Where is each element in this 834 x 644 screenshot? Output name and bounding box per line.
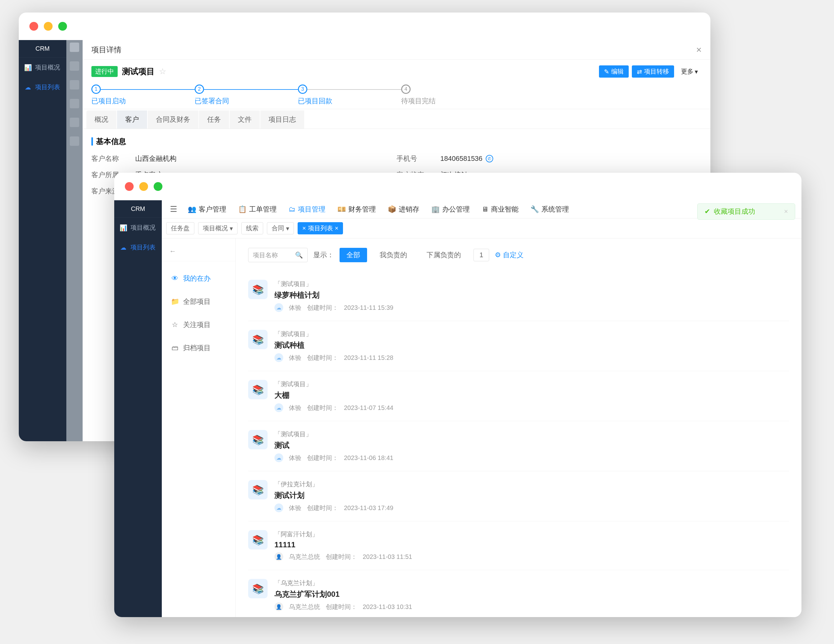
created-time: 2023-11-03 11:51 [363, 553, 412, 560]
project-meta: ☁体验创建时间：2023-11-03 17:49 [275, 504, 789, 512]
project-meta: ☁体验创建时间：2023-11-11 15:39 [275, 303, 789, 312]
maximize-window[interactable] [154, 182, 162, 191]
arrow-left-icon: ← [169, 247, 176, 255]
bc-list[interactable]: × 项目列表 × [297, 222, 343, 234]
project-card[interactable]: 📚「测试项目」测试种植☁体验创建时间：2023-11-11 15:28 [248, 321, 789, 371]
books-icon: 📚 [248, 380, 268, 399]
tab-log[interactable]: 项目日志 [260, 110, 304, 129]
transfer-button[interactable]: ⇄项目转移 [632, 65, 674, 77]
rail-icon[interactable] [70, 99, 79, 108]
bc-task[interactable]: 任务盘 [166, 222, 194, 234]
gear-icon: ⚙ [495, 251, 501, 259]
avatar-icon: ☁ [275, 504, 283, 512]
nav-system[interactable]: 🔧系统管理 [525, 200, 575, 218]
collapse-button[interactable]: ← [162, 242, 235, 261]
sidebar-item-list[interactable]: ☁ 项目列表 [114, 237, 162, 257]
clipboard-icon: 📋 [238, 205, 247, 213]
nav-office[interactable]: 🏢办公管理 [426, 200, 475, 218]
bc-contract[interactable]: 合同 ▾ [267, 222, 294, 234]
star-icon[interactable]: ☆ [159, 67, 166, 76]
books-icon: 📚 [248, 280, 268, 299]
tab-overview[interactable]: 概况 [86, 110, 116, 129]
sidebar-item-label: 项目概况 [131, 223, 155, 232]
nav-project[interactable]: 🗂项目管理 [283, 200, 331, 218]
cloud-icon: ☁ [120, 244, 127, 251]
close-icon[interactable]: × [696, 44, 701, 55]
menu-toggle-icon[interactable]: ☰ [166, 204, 181, 214]
rail-icon[interactable] [70, 80, 79, 89]
subnav-archive[interactable]: 🗃归档项目 [162, 336, 235, 360]
money-icon: 💴 [337, 205, 346, 213]
window-controls [114, 173, 802, 200]
package-icon: 📦 [388, 205, 396, 213]
books-icon: 📚 [248, 480, 268, 499]
sidebar: CRM 📊 项目概况 ☁ 项目列表 [114, 200, 162, 617]
close-window[interactable] [29, 22, 38, 31]
topbar: ☰ 👥客户管理 📋工单管理 🗂项目管理 💴财务管理 📦进销存 🏢办公管理 🖥商业… [162, 200, 802, 218]
chevron-down-icon: ▾ [695, 68, 698, 76]
display-label: 显示： [313, 250, 334, 260]
filter-count[interactable]: 1 [474, 249, 489, 261]
created-label: 创建时间： [326, 553, 357, 561]
pill-all[interactable]: 全部 [339, 248, 367, 262]
project-card[interactable]: 📚「乌克兰计划」乌克兰扩军计划001👤乌克兰总统创建时间：2023-11-03 … [248, 570, 789, 617]
project-tag: 「阿富汗计划」 [275, 530, 789, 539]
books-icon: 📚 [248, 530, 268, 549]
project-tag: 「测试项目」 [275, 280, 789, 288]
maximize-window[interactable] [58, 22, 67, 31]
subnav-my[interactable]: 👁我的在办 [162, 267, 235, 290]
close-window[interactable] [125, 182, 134, 191]
rail-icon[interactable] [70, 42, 79, 52]
sidebar-item-overview[interactable]: 📊 项目概况 [19, 58, 66, 77]
pill-sub[interactable]: 下属负责的 [420, 248, 468, 262]
rail-icon[interactable] [70, 136, 79, 146]
avatar-icon: 👤 [275, 552, 283, 561]
project-card[interactable]: 📚「测试项目」绿萝种植计划☁体验创建时间：2023-11-11 15:39 [248, 271, 789, 321]
sidebar-item-overview[interactable]: 📊 项目概况 [114, 218, 162, 237]
subnav-starred[interactable]: ☆关注项目 [162, 313, 235, 336]
project-card[interactable]: 📚「测试项目」大棚☁体验创建时间：2023-11-07 15:44 [248, 371, 789, 421]
project-card[interactable]: 📚「伊拉克计划」测试计划☁体验创建时间：2023-11-03 17:49 [248, 471, 789, 521]
project-tag: 「测试项目」 [275, 330, 789, 338]
brand: CRM [114, 200, 162, 218]
project-name: 大棚 [275, 390, 789, 400]
avatar-icon: ☁ [275, 353, 283, 362]
phone-icon[interactable]: ✆ [486, 155, 493, 162]
pill-mine[interactable]: 我负责的 [373, 248, 414, 262]
project-owner: 体验 [289, 303, 301, 312]
more-button[interactable]: 更多▾ [677, 65, 701, 77]
nav-finance[interactable]: 💴财务管理 [332, 200, 381, 218]
breadcrumb: 任务盘 项目概况 ▾ 线索 合同 ▾ × 项目列表 × [162, 218, 802, 239]
transfer-icon: ⇄ [637, 68, 642, 76]
minimize-window[interactable] [44, 22, 53, 31]
project-card[interactable]: 📚「阿富汗计划」11111👤乌克兰总统创建时间：2023-11-03 11:51 [248, 521, 789, 570]
tab-task[interactable]: 任务 [199, 110, 229, 129]
custom-filter[interactable]: ⚙自定义 [495, 250, 524, 260]
tab-file[interactable]: 文件 [230, 110, 260, 129]
avatar-icon: ☁ [275, 454, 283, 462]
minimize-window[interactable] [139, 182, 148, 191]
edit-button[interactable]: ✎编辑 [599, 65, 629, 77]
sidebar-item-list[interactable]: ☁ 项目列表 [19, 77, 66, 97]
nav-inventory[interactable]: 📦进销存 [382, 200, 425, 218]
subnav: ← 👁我的在办 📁全部项目 ☆关注项目 🗃归档项目 [162, 239, 236, 617]
created-time: 2023-11-03 17:49 [344, 504, 393, 512]
search-input[interactable]: 项目名称🔍 [248, 248, 308, 262]
nav-customer[interactable]: 👥客户管理 [182, 200, 232, 218]
tab-customer[interactable]: 客户 [117, 110, 147, 129]
project-owner: 体验 [289, 404, 301, 412]
project-card[interactable]: 📚「测试项目」测试☁体验创建时间：2023-11-06 18:41 [248, 421, 789, 471]
folder-icon: 🗂 [289, 205, 296, 213]
toast-close-icon[interactable]: × [784, 207, 788, 216]
nav-bi[interactable]: 🖥商业智能 [476, 200, 524, 218]
subnav-all[interactable]: 📁全部项目 [162, 290, 235, 313]
window-project-list: CRM 📊 项目概况 ☁ 项目列表 ☰ 👥客户管理 📋工单管理 🗂项目管理 💴财… [114, 173, 802, 617]
project-tag: 「测试项目」 [275, 430, 789, 438]
bc-overview[interactable]: 项目概况 ▾ [198, 222, 238, 234]
rail-icon[interactable] [70, 118, 79, 127]
tab-contract[interactable]: 合同及财务 [148, 110, 199, 129]
rail-icon[interactable] [70, 61, 79, 71]
bc-clue[interactable]: 线索 [241, 222, 263, 234]
nav-ticket[interactable]: 📋工单管理 [233, 200, 282, 218]
books-icon: 📚 [248, 579, 268, 598]
